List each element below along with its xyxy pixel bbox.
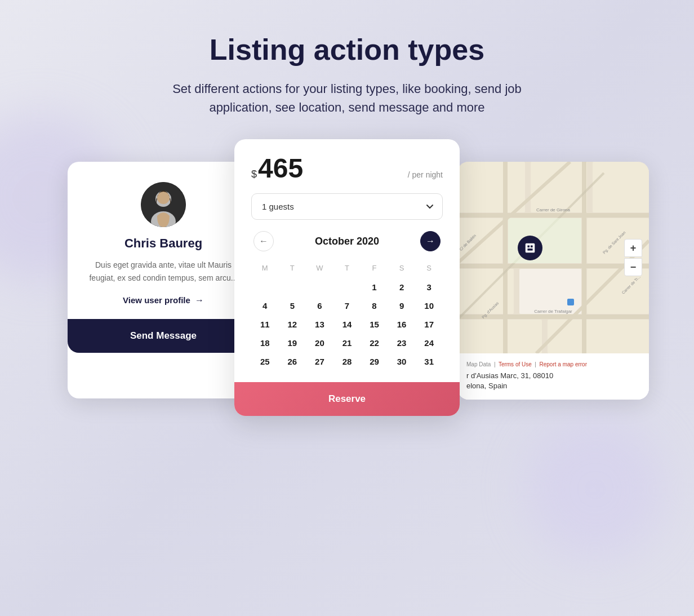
cards-container: Chris Baureg Duis eget gravida ante, vit… bbox=[0, 139, 694, 522]
map-pin bbox=[518, 236, 542, 260]
arrow-icon: → bbox=[195, 295, 204, 305]
cal-day[interactable]: 15 bbox=[361, 315, 388, 334]
cal-day[interactable]: 18 bbox=[251, 334, 279, 352]
calendar-prev-button[interactable]: ← bbox=[253, 231, 274, 251]
report-map-error-link[interactable]: Report a map error bbox=[540, 361, 587, 367]
table-row: 11 12 13 14 15 16 17 bbox=[251, 315, 443, 334]
cal-day[interactable]: 2 bbox=[388, 278, 416, 296]
cal-day[interactable]: 30 bbox=[388, 352, 416, 371]
cal-day[interactable]: 23 bbox=[388, 334, 416, 352]
map-attribution: Map Data | Terms of Use | Report a map e… bbox=[466, 361, 640, 367]
address-line2: elona, Spain bbox=[466, 381, 640, 391]
view-profile-link[interactable]: View user profile → bbox=[84, 295, 242, 305]
map-footer: Map Data | Terms of Use | Report a map e… bbox=[457, 353, 649, 399]
map-card: Carrer de Girona C/ de Bailén Pg. de San… bbox=[457, 162, 649, 399]
cal-day[interactable]: 27 bbox=[306, 352, 333, 371]
cal-day[interactable]: 6 bbox=[306, 296, 333, 315]
cal-day[interactable]: 1 bbox=[361, 278, 388, 296]
map-zoom-in-button[interactable]: + bbox=[624, 239, 642, 257]
table-row: 1 2 3 bbox=[251, 278, 443, 296]
svg-rect-12 bbox=[519, 269, 581, 314]
calendar-header: ← October 2020 → bbox=[251, 231, 443, 251]
day-header-fri: F bbox=[361, 260, 388, 278]
cal-day[interactable]: 14 bbox=[333, 315, 361, 334]
page-subtitle: Set different actions for your listing t… bbox=[150, 79, 544, 117]
price-currency: $ bbox=[251, 169, 257, 180]
map-data-label: Map Data bbox=[466, 361, 491, 367]
page-title: Listing action types bbox=[11, 34, 683, 66]
price-row: $ 465 / per night bbox=[251, 155, 443, 182]
terms-of-use-link[interactable]: Terms of Use bbox=[499, 361, 532, 367]
calendar-grid: M T W T F S S 1 2 3 bbox=[251, 260, 443, 371]
map-svg: Carrer de Girona C/ de Bailén Pg. de San… bbox=[457, 162, 649, 353]
cal-day-empty bbox=[251, 278, 279, 296]
price-period: / per night bbox=[408, 170, 443, 179]
day-header-wed: W bbox=[306, 260, 333, 278]
address-line1: r d'Ausias Marc, 31, 08010 bbox=[466, 371, 640, 381]
page-header: Listing action types Set different actio… bbox=[0, 0, 694, 139]
svg-rect-5 bbox=[457, 162, 525, 212]
cal-day[interactable]: 28 bbox=[333, 352, 361, 371]
svg-rect-6 bbox=[531, 162, 587, 212]
day-header-mon: M bbox=[251, 260, 279, 278]
svg-rect-33 bbox=[528, 246, 530, 248]
cal-day[interactable]: 31 bbox=[415, 352, 443, 371]
price-amount: 465 bbox=[258, 155, 303, 182]
calendar-next-button[interactable]: → bbox=[420, 231, 441, 251]
cal-day[interactable]: 5 bbox=[279, 296, 306, 315]
cal-day[interactable]: 9 bbox=[388, 296, 416, 315]
cal-day[interactable]: 10 bbox=[415, 296, 443, 315]
user-bio: Duis eget gravida ante, vitae ult Mauris… bbox=[84, 259, 242, 284]
cal-day[interactable]: 7 bbox=[333, 296, 361, 315]
svg-point-3 bbox=[157, 192, 170, 204]
cal-day[interactable]: 24 bbox=[415, 334, 443, 352]
svg-rect-30 bbox=[508, 218, 581, 263]
svg-rect-7 bbox=[593, 162, 649, 212]
cal-day[interactable]: 11 bbox=[251, 315, 279, 334]
cal-day[interactable]: 3 bbox=[415, 278, 443, 296]
calendar-month: October 2020 bbox=[315, 236, 379, 247]
cal-day[interactable]: 16 bbox=[388, 315, 416, 334]
map-area[interactable]: Carrer de Girona C/ de Bailén Pg. de San… bbox=[457, 162, 649, 353]
svg-text:Carrer de Girona: Carrer de Girona bbox=[536, 207, 571, 212]
map-address: r d'Ausias Marc, 31, 08010 elona, Spain bbox=[466, 371, 640, 391]
svg-rect-14 bbox=[457, 320, 542, 353]
day-header-thu: T bbox=[333, 260, 361, 278]
map-controls: + − bbox=[624, 239, 642, 276]
cal-day-empty bbox=[333, 278, 361, 296]
cal-day[interactable]: 21 bbox=[333, 334, 361, 352]
avatar-container bbox=[84, 182, 242, 227]
cal-day[interactable]: 19 bbox=[279, 334, 306, 352]
svg-rect-35 bbox=[528, 249, 533, 251]
cal-day[interactable]: 12 bbox=[279, 315, 306, 334]
day-header-sat: S bbox=[388, 260, 416, 278]
view-profile-label: View user profile bbox=[123, 295, 190, 305]
svg-rect-32 bbox=[526, 243, 535, 253]
user-profile-card: Chris Baureg Duis eget gravida ante, vit… bbox=[68, 162, 259, 398]
svg-rect-34 bbox=[531, 246, 533, 248]
day-header-tue: T bbox=[279, 260, 306, 278]
cal-day[interactable]: 22 bbox=[361, 334, 388, 352]
cal-day[interactable]: 13 bbox=[306, 315, 333, 334]
send-message-button[interactable]: Send Message bbox=[68, 319, 259, 353]
booking-card: $ 465 / per night 1 guests 2 guests 3 gu… bbox=[234, 139, 460, 416]
table-row: 4 5 6 7 8 9 10 bbox=[251, 296, 443, 315]
table-row: 18 19 20 21 22 23 24 bbox=[251, 334, 443, 352]
cal-day-empty bbox=[306, 278, 333, 296]
cal-day[interactable]: 25 bbox=[251, 352, 279, 371]
cal-day[interactable]: 29 bbox=[361, 352, 388, 371]
cal-day[interactable]: 4 bbox=[251, 296, 279, 315]
guests-select[interactable]: 1 guests 2 guests 3 guests 4 guests bbox=[251, 193, 443, 220]
table-row: 25 26 27 28 29 30 31 bbox=[251, 352, 443, 371]
cal-day[interactable]: 8 bbox=[361, 296, 388, 315]
cal-day[interactable]: 26 bbox=[279, 352, 306, 371]
reserve-button[interactable]: Reserve bbox=[234, 382, 460, 416]
svg-text:Carrer de Trafalgar: Carrer de Trafalgar bbox=[534, 309, 572, 314]
cal-day-empty bbox=[279, 278, 306, 296]
avatar bbox=[141, 182, 186, 227]
user-name: Chris Baureg bbox=[84, 236, 242, 251]
cal-day[interactable]: 17 bbox=[415, 315, 443, 334]
map-zoom-out-button[interactable]: − bbox=[624, 258, 642, 276]
day-header-sun: S bbox=[415, 260, 443, 278]
cal-day[interactable]: 20 bbox=[306, 334, 333, 352]
